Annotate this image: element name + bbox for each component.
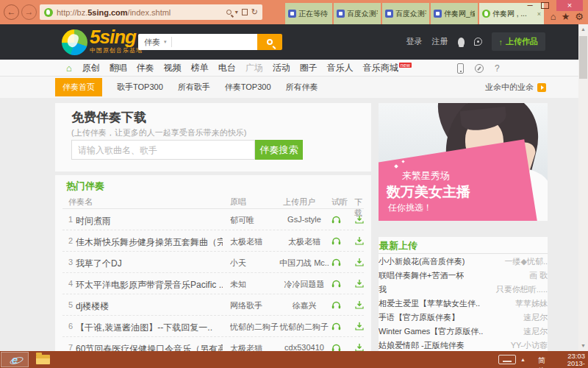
item-uploader[interactable]: 速尼尔: [523, 312, 548, 323]
accompaniment-search-button[interactable]: 伴奏搜索: [255, 140, 303, 160]
amateur-link[interactable]: 业余中的业余: [485, 82, 534, 93]
close-button[interactable]: ×: [556, 0, 583, 11]
listen-icon[interactable]: [331, 279, 341, 289]
browser-tab[interactable]: 正在等待 bai...: [285, 3, 332, 24]
subnav-item[interactable]: 伴奏首页: [55, 78, 102, 96]
tab-close-icon[interactable]: ×: [537, 10, 541, 18]
song-name[interactable]: 环太平洋电影原声带背景音乐Pacific ..: [76, 279, 223, 291]
item-name[interactable]: 我: [379, 284, 387, 295]
listen-icon[interactable]: [331, 236, 341, 247]
taskbar-clock[interactable]: 23:03 2013-10-22: [567, 353, 585, 368]
item-uploader[interactable]: 画 歌: [529, 270, 548, 281]
listen-icon[interactable]: [331, 322, 341, 332]
compatibility-icon[interactable]: [242, 9, 248, 15]
explorer-taskbar-button[interactable]: [34, 353, 51, 366]
uploader-name[interactable]: 太极老猫: [276, 236, 333, 247]
download-icon[interactable]: [355, 279, 364, 289]
song-name[interactable]: 我草了个DJ: [76, 258, 122, 270]
compass-icon[interactable]: [475, 64, 484, 73]
weibo-icon[interactable]: [474, 38, 482, 46]
nav-home-icon[interactable]: ⌂: [66, 63, 72, 74]
nav-item[interactable]: 视频: [164, 62, 182, 74]
download-icon[interactable]: [355, 215, 364, 225]
browser-back-button[interactable]: ←: [4, 4, 19, 20]
nav-item[interactable]: 圈子: [300, 62, 318, 74]
browser-forward-button[interactable]: →: [21, 4, 37, 20]
song-name[interactable]: 时间煮雨: [76, 215, 111, 227]
song-name[interactable]: 60节回春医疗保健操口令音乐（另有高..: [76, 343, 223, 351]
listen-icon[interactable]: [331, 215, 341, 225]
download-icon[interactable]: [355, 236, 364, 247]
ie-taskbar-button[interactable]: e: [1, 352, 29, 367]
minimize-button[interactable]: –: [523, 1, 537, 10]
upload-works-button[interactable]: ↑ 上传作品: [492, 32, 546, 51]
listen-icon[interactable]: [331, 258, 341, 268]
refresh-icon[interactable]: ↻: [251, 7, 258, 17]
listen-icon[interactable]: [331, 300, 341, 311]
qq-icon[interactable]: [458, 38, 465, 46]
song-name[interactable]: dj楼楼楼: [76, 300, 109, 313]
nav-item[interactable]: 翻唱: [110, 62, 127, 74]
download-icon[interactable]: [355, 343, 364, 351]
download-icon[interactable]: [355, 258, 364, 268]
uploader-name[interactable]: 中国刀战 Mc..: [276, 258, 333, 269]
chevron-down-icon[interactable]: ▾: [235, 9, 238, 15]
help-icon[interactable]: ?: [495, 63, 500, 74]
uploader-name[interactable]: 冷冷回题题: [276, 279, 333, 290]
listen-icon[interactable]: [331, 343, 341, 351]
nav-item[interactable]: 电台: [218, 62, 236, 74]
download-icon[interactable]: [355, 322, 364, 332]
browser-tab[interactable]: 百度众测平...: [382, 3, 429, 24]
tray-expand-icon[interactable]: ▲: [520, 357, 526, 362]
item-name[interactable]: 联唱伴奏舞伴+苦酒一杯: [379, 270, 464, 281]
song-name[interactable]: 佳木斯快乐舞步健身操第五套舞曲（完..: [76, 236, 223, 249]
mobile-icon[interactable]: [457, 63, 464, 74]
browser-tab[interactable]: 百度众测平...: [334, 3, 381, 24]
subnav-item[interactable]: 所有伴奏: [286, 78, 318, 96]
nav-item[interactable]: 活动: [273, 62, 290, 74]
item-name[interactable]: 小小新娘花(高音质伴奏): [379, 256, 465, 267]
item-name[interactable]: 手语【官方原版伴奏】: [379, 312, 459, 323]
maximize-button[interactable]: [541, 2, 549, 9]
item-name[interactable]: 相爱主爱里【苹苹缺女生伴..: [379, 298, 480, 309]
nav-item[interactable]: 音乐人: [327, 62, 354, 74]
favorites-star-icon[interactable]: ★: [562, 11, 570, 22]
arrow-right-icon[interactable]: [537, 83, 546, 92]
settings-gear-icon[interactable]: ⚙: [575, 11, 584, 22]
header-search-button[interactable]: [257, 34, 282, 50]
song-name[interactable]: 【干谁,装逼酱油图】--下载回复一..: [76, 322, 212, 334]
nav-item[interactable]: 原创: [82, 62, 100, 74]
nav-item[interactable]: 音乐商城new: [363, 62, 412, 74]
browser-tab[interactable]: 伴奏网_编辑...: [431, 3, 478, 24]
header-search-input[interactable]: [172, 35, 257, 49]
nav-item[interactable]: 榜单: [191, 62, 209, 74]
scroll-down-icon[interactable]: ▼: [578, 341, 588, 351]
nav-item[interactable]: 广场: [245, 62, 263, 74]
item-uploader[interactable]: 速尼尔: [523, 326, 548, 337]
item-name[interactable]: Winter Games【官方原版伴..: [379, 326, 483, 337]
nav-item[interactable]: 伴奏: [137, 62, 154, 74]
ime-label[interactable]: 简体: [538, 355, 545, 368]
uploader-name[interactable]: cdx530410: [276, 343, 333, 351]
item-uploader[interactable]: 只要你想听.....: [496, 284, 548, 295]
search-icon[interactable]: [226, 10, 232, 15]
search-category-dropdown[interactable]: 伴奏: [138, 37, 164, 48]
uploader-name[interactable]: 徐嘉兴: [276, 300, 333, 311]
subnav-item[interactable]: 歌手TOP300: [117, 78, 163, 96]
page-scrollbar[interactable]: ▲ ▼: [578, 24, 588, 351]
home-icon[interactable]: ⌂: [551, 11, 556, 22]
accompaniment-search-input[interactable]: [71, 140, 255, 160]
site-logo[interactable]: 5sing 中国原创音乐基地: [62, 28, 143, 55]
ad-banner[interactable]: 来繁星秀场 数万美女主播 任你挑选！: [379, 103, 548, 221]
keyboard-icon[interactable]: [498, 355, 516, 364]
scrollbar-thumb[interactable]: [579, 36, 587, 79]
register-link[interactable]: 注册: [432, 36, 448, 47]
subnav-item[interactable]: 伴奏TOP300: [225, 78, 271, 96]
subnav-item[interactable]: 所有歌手: [178, 78, 210, 96]
uploader-name[interactable]: 忧郁的二狗子: [276, 322, 333, 333]
download-icon[interactable]: [355, 300, 364, 311]
uploader-name[interactable]: GsJ-style: [276, 215, 333, 224]
item-uploader[interactable]: 一缕◆忧郁..: [504, 256, 548, 267]
login-link[interactable]: 登录: [406, 36, 423, 47]
item-uploader[interactable]: 苹苹姊妹: [515, 298, 548, 309]
